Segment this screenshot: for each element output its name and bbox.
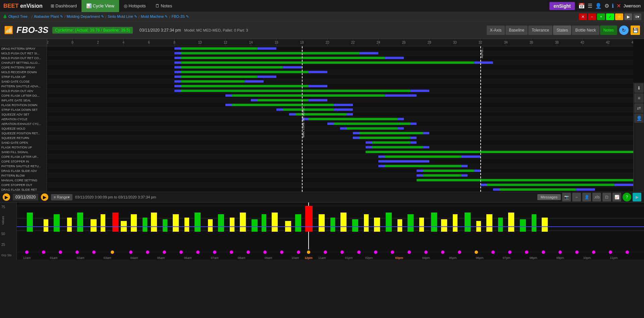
date-next-btn[interactable]: ▶ [41, 193, 48, 201]
gantt-label-row: SAND GATE OPEN [0, 140, 47, 145]
gantt-bar [372, 146, 423, 148]
settings-icon[interactable]: ⚙ [604, 3, 609, 9]
svg-rect-42 [453, 214, 458, 232]
svg-point-83 [525, 251, 528, 254]
svg-point-67 [263, 251, 267, 254]
close-icon[interactable]: ✕ [616, 3, 621, 9]
svg-point-59 [129, 251, 132, 254]
svg-rect-35 [374, 218, 380, 232]
svg-point-64 [213, 251, 216, 254]
action-gray-btn[interactable]: ▶ [624, 13, 632, 20]
sync-btn[interactable]: ↻ [619, 26, 629, 35]
breadcrumb-sinto[interactable]: Sinto Mold Line ✎ [108, 14, 137, 19]
nav-cycle-view[interactable]: 📊 Cycle View [82, 0, 119, 12]
play-btn[interactable]: ▶ [3, 193, 10, 201]
svg-text:09pm: 09pm [556, 256, 564, 260]
nav-dashboard[interactable]: ⊞ Dashboard [46, 0, 82, 12]
breadcrumb-fbo3s[interactable]: FBO-3S ✎ [171, 14, 189, 19]
nav-hotspots[interactable]: ◎ Hotspots [119, 0, 151, 12]
window-btn[interactable]: ⊡ [602, 193, 611, 201]
svg-point-69 [297, 251, 300, 254]
share-icon-btn[interactable]: ⇄ [634, 103, 644, 113]
axis-tick: 20 [325, 41, 329, 44]
svg-text:03pm: 03pm [395, 256, 403, 260]
timeline-ctrl: ▶ 03/11/2020 ▶ ≡ Range▾ 03/11/2020 3:00:… [0, 192, 644, 202]
person-icon[interactable]: 👤 [595, 3, 602, 9]
svg-rect-9 [91, 219, 97, 232]
gantt-bar-row [47, 187, 633, 192]
messages-btn[interactable]: Messages [537, 194, 561, 200]
gantt-bar-row [47, 75, 633, 79]
svg-point-61 [163, 251, 166, 254]
person2-icon-btn[interactable]: 👤 [634, 113, 644, 123]
action-red-btn[interactable]: ✕ [579, 13, 587, 20]
action-yellow-btn[interactable]: ⚡ [615, 13, 623, 20]
states-btn[interactable]: States [553, 26, 571, 35]
axis-tick: 10 [198, 41, 202, 44]
gantt-label-row: SAND FILL SIGNAL [0, 150, 47, 154]
axis-tick: 16 [274, 41, 278, 44]
chart-btn[interactable]: 📈 [612, 193, 621, 201]
gantt-label-row: COPE STOPPER OUT [0, 183, 47, 187]
machine-name: FBO-3S [16, 25, 48, 35]
bottleneck-btn[interactable]: Bottle Neck [572, 26, 599, 35]
calendar-icon[interactable]: 📅 [578, 3, 585, 9]
range-btn[interactable]: ≡ Range▾ [51, 194, 72, 200]
axis-tick: 30 [453, 41, 457, 44]
nav-notes[interactable]: 🗒 Notes [151, 0, 177, 12]
save-btn[interactable]: 💾 [631, 26, 640, 35]
minus-btn[interactable]: − [572, 193, 581, 201]
action-red2-btn[interactable]: − [588, 13, 596, 20]
right-side-icons: ⬇ ≡ ⇄ 👤 [633, 83, 644, 192]
stream-btn[interactable]: ▶ [633, 193, 641, 201]
timestamp: 03/11/2020 3:27:34 pm [140, 28, 181, 33]
breadcrumb-actions: ✕ − + ✓ ⚡ ▶ ≡▾ [579, 13, 641, 20]
gantt-bar [346, 127, 397, 130]
time-range-display: 03/11/2020 3:00:09 pm to 03/11/2020 3:37… [75, 195, 535, 199]
object-tree-link[interactable]: 🌲 Object Tree [3, 14, 28, 19]
xls-btn[interactable]: .xls [592, 193, 601, 201]
download-icon-btn[interactable]: ⬇ [634, 83, 644, 93]
svg-text:06am: 06am [184, 256, 192, 260]
breadcrumb-alabaster[interactable]: Alabaster Plant ✎ [34, 14, 63, 19]
gantt-bar [308, 118, 397, 120]
gantt-bar-row [47, 79, 633, 84]
baseline-btn[interactable]: Baseline [505, 26, 528, 35]
tree-icon: 🌲 [3, 14, 7, 18]
svg-rect-7 [67, 218, 72, 232]
svg-text:10am: 10am [291, 256, 299, 260]
svg-rect-6 [54, 214, 60, 232]
gantt-bar-row [47, 126, 633, 131]
gantt-bar [181, 85, 308, 87]
menu-icon[interactable]: ☰ [588, 3, 592, 9]
breadcrumb-molding[interactable]: Molding Department ✎ [67, 14, 104, 19]
svg-point-62 [179, 251, 183, 254]
action-menu-btn[interactable]: ≡▾ [633, 13, 641, 20]
gantt-bar-row [47, 107, 633, 112]
username: Jwenson [624, 3, 641, 8]
info-icon[interactable]: ℹ [612, 3, 614, 9]
tolerance-btn[interactable]: Tolerance [528, 26, 552, 35]
help-btn[interactable]: ? [623, 193, 631, 201]
notes-btn[interactable]: Notes [600, 26, 617, 35]
svg-text:05pm: 05pm [449, 256, 457, 260]
action-bright-green-btn[interactable]: ✓ [606, 13, 614, 20]
ensight-button[interactable]: enSight [549, 2, 575, 10]
svg-rect-13 [131, 214, 137, 232]
breadcrumb-mold-machine[interactable]: Mold Machine ✎ [141, 14, 168, 19]
gantt-label-row: COPE FLASK LIFTER DO... [0, 93, 47, 98]
svg-point-78 [441, 251, 444, 254]
brand-beet: BEET [3, 3, 18, 9]
notes-icon: 🗒 [155, 3, 160, 8]
xaxis-btn[interactable]: X-Axis [487, 26, 505, 35]
gantt-bar-row [47, 164, 633, 169]
svg-point-58 [111, 251, 114, 254]
y-label-75: 75 [1, 205, 15, 209]
action-green-btn[interactable]: + [597, 13, 605, 20]
filter-icon-btn[interactable]: ≡ [634, 93, 644, 103]
svg-text:07pm: 07pm [503, 256, 511, 260]
svg-point-72 [340, 251, 344, 254]
screenshot-btn[interactable]: 📷 [562, 193, 571, 201]
gantt-rows [47, 46, 633, 192]
person3-btn[interactable]: 👤 [582, 193, 591, 201]
